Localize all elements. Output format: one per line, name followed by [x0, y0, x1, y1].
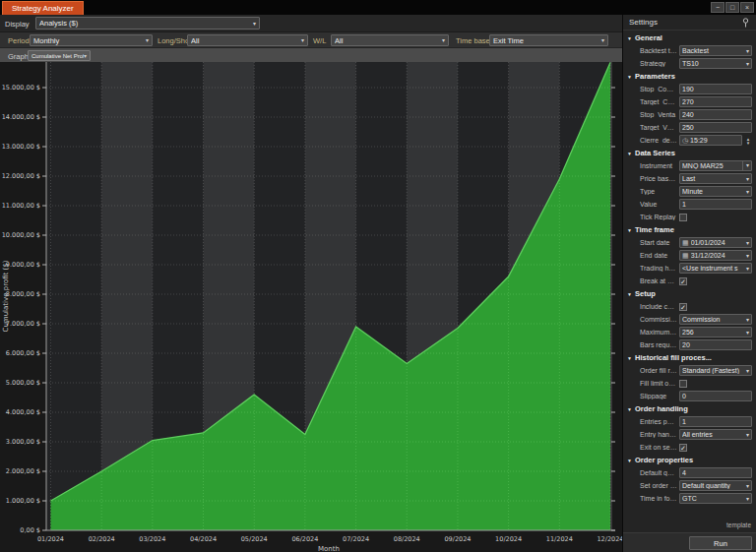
svg-text:04/2024: 04/2024	[190, 535, 217, 543]
include-commission-checkbox[interactable]	[679, 303, 687, 311]
chevron-down-icon	[746, 330, 749, 336]
commission-template-select[interactable]: Commission	[679, 314, 752, 325]
setting-row-value: Value1	[623, 198, 756, 211]
graph-select[interactable]: Cumulative Net Profit	[28, 50, 91, 61]
settings-group-time-frame[interactable]: Time frame	[623, 223, 756, 236]
display-select[interactable]: Analysis ($)	[35, 17, 260, 30]
default-quantity-input[interactable]: 4	[679, 467, 752, 478]
svg-text:01/2024: 01/2024	[37, 535, 64, 543]
exit-on-session-close-checkbox[interactable]	[679, 444, 687, 452]
setting-row-break-at-eod: Break at EOD	[623, 275, 756, 287]
svg-text:2.000,00 $: 2.000,00 $	[6, 467, 40, 475]
setting-row-end-date: End date31/12/2024	[623, 249, 756, 262]
display-label: Display	[5, 20, 30, 29]
setting-row-set-order-quantity: Set order quantityDefault quantity	[623, 479, 756, 492]
type-select[interactable]: Minute	[679, 186, 752, 197]
strategy-select[interactable]: TS10	[679, 58, 752, 69]
svg-text:09/2024: 09/2024	[444, 535, 471, 543]
chevron-down-icon	[746, 368, 749, 374]
break-at-eod-checkbox[interactable]	[679, 277, 687, 285]
settings-group-parameters[interactable]: Parameters	[623, 70, 756, 83]
svg-text:11.000,00 $: 11.000,00 $	[2, 202, 40, 210]
chevron-down-icon	[746, 496, 749, 502]
settings-group-order-properties[interactable]: Order properties	[623, 454, 756, 466]
svg-text:4.000,00 $: 4.000,00 $	[6, 408, 40, 416]
chevron-down-icon	[253, 21, 256, 27]
settings-group-general[interactable]: General	[623, 31, 756, 44]
svg-text:06/2024: 06/2024	[291, 535, 318, 543]
setting-row-price-based-on: Price based onLast	[623, 172, 756, 185]
template-link[interactable]: template	[726, 521, 751, 528]
svg-text:7.000,00 $: 7.000,00 $	[6, 320, 40, 328]
stop-compra-input[interactable]: 190	[679, 84, 752, 94]
tick-replay-checkbox[interactable]	[679, 214, 687, 221]
chevron-down-icon	[746, 253, 749, 259]
settings-group-setup[interactable]: Setup	[623, 287, 756, 300]
svg-text:14.000,00 $: 14.000,00 $	[2, 113, 40, 121]
svg-text:1.000,00 $: 1.000,00 $	[6, 497, 40, 505]
setting-row-start-date: Start date01/01/2024	[623, 236, 756, 249]
window-tab-strategy-analyzer[interactable]: Strategy Analyzer	[2, 1, 84, 15]
run-button[interactable]: Run	[689, 536, 752, 550]
value-input[interactable]: 1	[679, 199, 752, 210]
chevron-down-icon	[442, 37, 445, 43]
minimize-icon[interactable]	[711, 2, 724, 13]
settings-panel: Settings GeneralBacktest typeBacktestStr…	[622, 15, 756, 552]
time-in-force-select[interactable]: GTC	[679, 493, 752, 504]
maximize-icon[interactable]	[725, 2, 739, 13]
close-icon[interactable]	[740, 2, 754, 13]
setting-row-order-fill-resolution: Order fill resolutionStandard (Fastest)	[623, 364, 756, 377]
setting-row-cierre-de-posiciones: Cierre_de_Posiciones15:29	[623, 134, 756, 147]
settings-group-order-handling[interactable]: Order handling	[623, 402, 756, 415]
svg-text:10.000,00 $: 10.000,00 $	[2, 231, 40, 239]
period-select[interactable]: Monthly	[30, 34, 153, 46]
fill-limit-orders-on-to-checkbox[interactable]	[679, 380, 687, 388]
setting-row-entries-per-direction: Entries per direction1	[623, 415, 756, 428]
chevron-down-icon	[746, 61, 749, 67]
arrow-down-icon	[747, 141, 750, 145]
setting-row-stop-venta: Stop_Venta240	[623, 108, 756, 121]
cierre-de-posiciones-time-picker[interactable]: 15:29	[679, 135, 742, 146]
wl-select[interactable]: All	[331, 34, 449, 46]
target-venta-input[interactable]: 250	[679, 122, 752, 133]
svg-text:12.000,00 $: 12.000,00 $	[2, 172, 40, 180]
target-compra-input[interactable]: 270	[679, 96, 752, 107]
setting-row-fill-limit-orders-on-to: Fill limit orders on to...	[623, 377, 756, 390]
chevron-down-icon	[746, 48, 749, 54]
backtest-type-select[interactable]: Backtest	[679, 45, 752, 56]
trading-hours-select[interactable]: <Use instrument s	[679, 263, 752, 274]
setting-row-include-commission: Include commission	[623, 300, 756, 313]
setting-row-tick-replay: Tick Replay	[623, 211, 756, 223]
pin-icon[interactable]	[741, 18, 750, 28]
settings-group-data-series[interactable]: Data Series	[623, 147, 756, 159]
wl-label: W/L	[313, 36, 326, 45]
entry-handling-select[interactable]: All entries	[679, 429, 752, 440]
long-short-select[interactable]: All	[187, 34, 308, 46]
property-grid: GeneralBacktest typeBacktestStrategyTS10…	[623, 31, 756, 505]
chevron-down-icon	[746, 483, 749, 489]
y-axis-title: Cumulative profit ($)	[2, 260, 10, 332]
setting-row-backtest-type: Backtest typeBacktest	[623, 44, 756, 57]
maximum-bars-look-select[interactable]: 256	[679, 327, 752, 337]
svg-text:3.000,00 $: 3.000,00 $	[6, 438, 40, 446]
set-order-quantity-select[interactable]: Default quantity	[679, 480, 752, 491]
setting-row-bars-required-to-trade: Bars required to trade20	[623, 338, 756, 351]
order-fill-resolution-select[interactable]: Standard (Fastest)	[679, 365, 752, 376]
filter-toolbar: Period Monthly Long/Short All W/L All Ti…	[0, 31, 622, 47]
collapse-arrow-icon	[627, 406, 635, 412]
chevron-down-icon	[746, 240, 749, 246]
collapse-arrow-icon	[627, 74, 635, 80]
settings-group-historical-fill-proces[interactable]: Historical fill proces...	[623, 351, 756, 364]
run-bar: Run	[623, 532, 756, 552]
end-date-date-picker[interactable]: 31/12/2024	[679, 250, 752, 261]
start-date-date-picker[interactable]: 01/01/2024	[679, 237, 752, 248]
slippage-input[interactable]: 0	[679, 391, 752, 401]
x-axis-title: Month	[318, 545, 340, 552]
time-base-select[interactable]: Exit Time	[489, 34, 608, 46]
stop-venta-input[interactable]: 240	[679, 109, 752, 120]
price-based-on-select[interactable]: Last	[679, 173, 752, 184]
cierre-de-posiciones-stepper[interactable]	[744, 137, 752, 145]
entries-per-direction-input[interactable]: 1	[679, 416, 752, 427]
instrument-select[interactable]: MNQ MAR25	[679, 160, 752, 171]
bars-required-to-trade-input[interactable]: 20	[679, 339, 752, 350]
